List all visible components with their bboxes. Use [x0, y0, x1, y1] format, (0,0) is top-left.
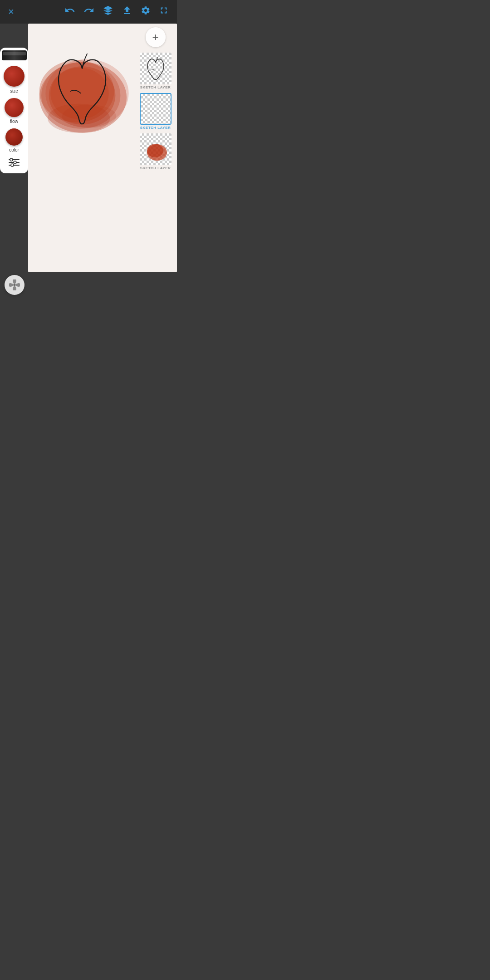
svg-rect-10: [9, 165, 20, 166]
apple-painting: [28, 37, 146, 137]
svg-point-12: [14, 161, 16, 164]
svg-point-16: [147, 144, 163, 157]
redo-button[interactable]: [83, 5, 94, 19]
toolbar: ×: [0, 0, 177, 24]
layers-button[interactable]: [103, 5, 113, 19]
add-layer-button[interactable]: +: [146, 27, 166, 47]
bottom-dark-area: [0, 272, 177, 354]
layer-thumb-2: [140, 93, 172, 125]
upload-button[interactable]: [122, 5, 132, 19]
fullscreen-button[interactable]: [159, 5, 169, 18]
flow-label: flow: [10, 119, 18, 124]
flow-circle[interactable]: [5, 98, 24, 117]
layer-item-1[interactable]: SKETCH LAYER: [140, 53, 172, 89]
settings-button[interactable]: [141, 5, 151, 18]
layer-label-1: SKETCH LAYER: [140, 85, 171, 89]
adjust-button[interactable]: [8, 158, 20, 169]
layer-item-2[interactable]: SKETCH LAYER: [140, 93, 172, 130]
fan-button[interactable]: [5, 275, 24, 295]
layer-thumb-1: [140, 53, 172, 84]
layer-panel: + SKETCH LAYER SKETCH LAYER SK: [134, 27, 177, 170]
layer-thumb-3: [140, 133, 172, 165]
layer-label-3: SKETCH LAYER: [140, 166, 171, 170]
close-button[interactable]: ×: [8, 6, 14, 18]
brush-panel: size flow color: [0, 48, 28, 173]
brush-preview: [2, 50, 27, 60]
undo-button[interactable]: [64, 5, 75, 19]
svg-point-11: [10, 158, 13, 161]
color-circle[interactable]: [5, 128, 23, 146]
layer-item-3[interactable]: SKETCH LAYER: [140, 133, 172, 170]
svg-point-13: [11, 164, 14, 167]
layer-label-2: SKETCH LAYER: [140, 126, 171, 130]
size-label: size: [10, 88, 18, 93]
svg-point-14: [14, 284, 15, 286]
size-circle[interactable]: [4, 66, 24, 87]
color-label: color: [9, 147, 19, 152]
